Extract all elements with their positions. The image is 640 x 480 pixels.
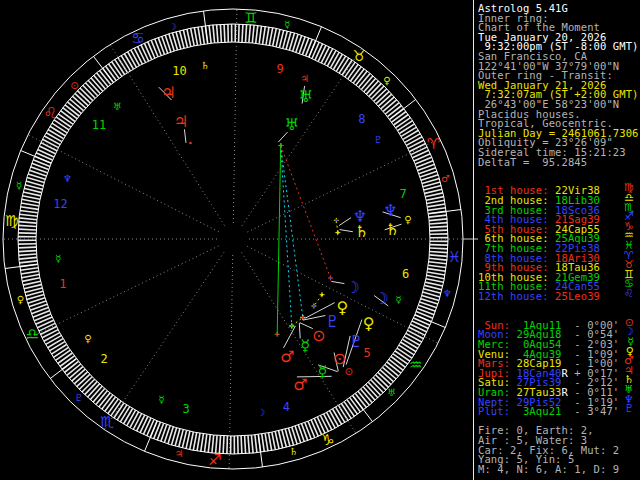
planet-mercury-inner-icon: ☿ bbox=[300, 336, 310, 355]
house-1-ruler-icon: ☿ bbox=[55, 253, 61, 264]
planet-jupiter-inner-icon: ♃ bbox=[174, 112, 188, 131]
house-10-number: 10 bbox=[172, 64, 186, 78]
house-9-ruler-icon: ♃ bbox=[300, 73, 309, 84]
house-8-ruler-icon: ♇ bbox=[374, 134, 383, 145]
house-2-ruler-icon: ♀ bbox=[84, 333, 91, 344]
sign-cancer-ruler-icon: ☽ bbox=[168, 21, 177, 32]
house-7-ruler-icon: ♀ bbox=[404, 214, 411, 225]
sign-libra-glyph: ♎ bbox=[26, 325, 39, 343]
house-5-number: 5 bbox=[363, 346, 370, 360]
sign-scorpio-glyph: ♏ bbox=[100, 413, 114, 431]
stats-text: M: 4, N: 6, A: 1, D: 9 bbox=[478, 463, 619, 475]
sign-cancer-glyph: ♋ bbox=[131, 29, 144, 47]
sign-libra-ruler-icon: ♀ bbox=[17, 294, 24, 305]
planet-uranus-inner-icon: ♅ bbox=[284, 115, 298, 134]
sign-pisces-glyph: ♓ bbox=[448, 248, 461, 266]
planet-neptune-outer-icon: ♆ bbox=[383, 201, 397, 220]
planet-mars-outer-icon: ♂ bbox=[293, 375, 307, 394]
sign-gemini-glyph: ♊ bbox=[244, 9, 257, 27]
sign-gemini-ruler-icon: ☿ bbox=[284, 19, 290, 30]
house-cusp-value: 25Leo39 bbox=[555, 290, 600, 302]
house-12-number: 12 bbox=[53, 197, 67, 211]
sign-capricorn-ruler-icon: ♄ bbox=[289, 446, 298, 457]
sign-leo-ruler-icon: ⊙ bbox=[70, 80, 78, 91]
panel-divider bbox=[473, 0, 474, 480]
info-panel: Astrolog 5.41GInner ring:Chart of the Mo… bbox=[478, 0, 638, 480]
info-text: DeltaT = 95.2845 bbox=[478, 156, 587, 168]
planet-sun-outer-icon: ⊙ bbox=[333, 349, 346, 368]
house-label: 12th house: bbox=[478, 290, 549, 302]
planet-jupiter-outer-icon: ♃ bbox=[161, 83, 175, 102]
sign-aries-glyph: ♈ bbox=[427, 135, 440, 153]
sign-aquarius-ruler-icon: ♅ bbox=[387, 387, 396, 398]
planet-venus-outer-icon: ♀ bbox=[363, 314, 375, 333]
planet-icon: ♇ bbox=[624, 404, 634, 414]
house-2-number: 2 bbox=[100, 352, 107, 366]
planet-row: Plut: 3Aqu21 - 3°47'♇ bbox=[478, 406, 636, 416]
sign-aries-ruler-icon: ♂ bbox=[441, 173, 450, 184]
house-4-number: 4 bbox=[283, 400, 290, 414]
sign-virgo-ruler-icon: ☿ bbox=[16, 180, 22, 191]
house-4-ruler-icon: ☽ bbox=[257, 407, 266, 418]
sign-leo-glyph: ♌ bbox=[44, 104, 57, 122]
planet-pluto-outer-icon: ♇ bbox=[349, 332, 363, 351]
house-row: 12th house: 25Leo39♌ bbox=[478, 291, 636, 301]
house-3-ruler-icon: ☿ bbox=[158, 394, 164, 405]
house-sign-icon: ♌ bbox=[624, 289, 634, 299]
house-9-number: 9 bbox=[276, 62, 283, 76]
house-3-number: 3 bbox=[182, 402, 189, 416]
sign-scorpio-ruler-icon: ♇ bbox=[75, 392, 84, 403]
sign-pisces-ruler-icon: ♆ bbox=[443, 288, 452, 299]
retrograde-flag bbox=[561, 405, 567, 417]
info-line: DeltaT = 95.2845 bbox=[478, 157, 636, 167]
planet-velocity: - 3°47' bbox=[574, 405, 619, 417]
planet-sun-inner-icon: ⊙ bbox=[312, 326, 325, 345]
house-6-number: 6 bbox=[402, 267, 409, 281]
sign-taurus-glyph: ♉ bbox=[352, 47, 365, 65]
sign-aquarius-glyph: ♒ bbox=[409, 356, 422, 374]
sign-capricorn-glyph: ♑ bbox=[321, 431, 334, 449]
house-11-ruler-icon: ♅ bbox=[113, 101, 122, 112]
planet-pluto-inner-icon: ♇ bbox=[325, 312, 339, 331]
planet-mars-inner-icon: ♂ bbox=[280, 347, 294, 366]
planet-moon-outer-icon: ☽ bbox=[374, 289, 388, 308]
planet-position: 3Aqu21 bbox=[517, 405, 562, 417]
sign-virgo-glyph: ♍ bbox=[5, 212, 18, 230]
planet-neptune-inner-icon: ♆ bbox=[353, 207, 367, 226]
house-12-ruler-icon: ♆ bbox=[63, 173, 72, 184]
planet-moon-inner-icon: ☽ bbox=[346, 278, 360, 297]
house-7-number: 7 bbox=[399, 187, 406, 201]
planet-saturn-outer-icon: ♄ bbox=[386, 220, 400, 239]
sign-sagittarius-glyph: ♐ bbox=[208, 451, 221, 469]
astrolog-screen: ♈♂♉♀♊☿♋☽♌⊙♍☿♎♀♏♇♐♃♑♄♒♅♓♆1☿2♀3☿4☽5⊙6☿7♀8♇… bbox=[0, 0, 640, 480]
sign-taurus-ruler-icon: ♀ bbox=[383, 75, 390, 86]
house-8-number: 8 bbox=[358, 112, 365, 126]
house-11-number: 11 bbox=[92, 118, 106, 132]
house-6-ruler-icon: ☿ bbox=[395, 294, 401, 305]
planet-label: Plut: bbox=[478, 405, 510, 417]
sign-sagittarius-ruler-icon: ♃ bbox=[175, 448, 184, 459]
house-1-number: 1 bbox=[59, 277, 66, 291]
planet-uranus-outer-icon: ♅ bbox=[299, 87, 313, 106]
stats-line: M: 4, N: 6, A: 1, D: 9 bbox=[478, 464, 636, 474]
house-10-ruler-icon: ♄ bbox=[201, 60, 210, 71]
planet-mercury-outer-icon: ☿ bbox=[318, 362, 328, 381]
